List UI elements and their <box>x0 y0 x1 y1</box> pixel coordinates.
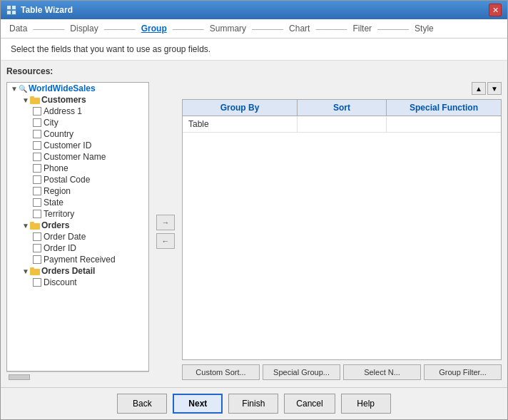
tree-field-address1[interactable]: Address 1 <box>7 106 148 117</box>
svg-rect-3 <box>7 11 11 14</box>
tab-summary[interactable]: Summary <box>210 24 246 34</box>
svg-rect-9 <box>30 269 40 275</box>
tree-field-region[interactable]: Region <box>7 185 148 197</box>
tab-divider-1: ———— <box>33 24 64 33</box>
postalcode-label: Postal Code <box>44 175 90 185</box>
svg-rect-10 <box>30 267 34 270</box>
svg-rect-1 <box>7 6 11 9</box>
tab-display[interactable]: Display <box>70 24 98 34</box>
title-bar-left: Table Wizard <box>6 5 73 15</box>
tree-field-paymentreceived[interactable]: Payment Received <box>7 254 148 265</box>
territory-checkbox[interactable] <box>33 210 41 218</box>
orderdate-checkbox[interactable] <box>33 232 41 241</box>
tree-group-customers[interactable]: ▼ Customers <box>7 94 148 106</box>
close-button[interactable]: ✕ <box>489 4 502 16</box>
city-label: City <box>44 118 59 128</box>
ordersdetail-label: Orders Detail <box>41 266 95 276</box>
group-table-body: Table <box>182 116 502 360</box>
special-group-button[interactable]: Special Group... <box>263 364 340 380</box>
tab-divider-4: ———— <box>252 24 283 33</box>
tree-field-territory[interactable]: Territory <box>7 208 148 220</box>
root-expand-icon: ▼ <box>10 84 19 93</box>
header-sort: Sort <box>298 100 387 116</box>
content-area: ▼ 🔍 WorldWideSales ▼ Customers <box>6 82 502 381</box>
cancel-button[interactable]: Cancel <box>284 394 335 414</box>
move-left-button[interactable]: ← <box>156 233 175 249</box>
footer: Back Next Finish Cancel Help <box>1 387 507 419</box>
move-right-button[interactable]: → <box>156 215 175 230</box>
bottom-action-buttons: Custom Sort... Special Group... Select N… <box>182 363 502 381</box>
search-icon: 🔍 <box>19 85 27 93</box>
select-n-button[interactable]: Select N... <box>343 364 421 380</box>
header-group-by: Group By <box>183 100 298 116</box>
address1-checkbox[interactable] <box>33 107 41 116</box>
up-button[interactable]: ▲ <box>472 82 486 95</box>
tab-divider-5: ———— <box>315 24 347 33</box>
paymentreceived-checkbox[interactable] <box>33 255 41 264</box>
tab-chart[interactable]: Chart <box>289 24 310 34</box>
country-label: Country <box>44 129 73 139</box>
subtitle-text: Select the fields that you want to use a… <box>1 39 507 61</box>
tree-field-city[interactable]: City <box>7 117 148 128</box>
svg-rect-7 <box>30 223 40 230</box>
help-button[interactable]: Help <box>341 394 391 414</box>
custom-sort-button[interactable]: Custom Sort... <box>182 364 260 380</box>
tree-group-ordersdetail[interactable]: ▼ Orders Detail <box>7 265 148 277</box>
resources-label: Resources: <box>6 66 502 76</box>
customers-folder-icon <box>30 96 40 104</box>
next-button[interactable]: Next <box>173 394 223 414</box>
main-content: Resources: ▼ 🔍 WorldWideSales ▼ <box>1 61 507 387</box>
orderid-checkbox[interactable] <box>33 244 41 252</box>
city-checkbox[interactable] <box>33 118 41 127</box>
tab-filter[interactable]: Filter <box>352 24 372 34</box>
tree-root[interactable]: ▼ 🔍 WorldWideSales <box>7 83 148 94</box>
tree-field-customerid[interactable]: Customer ID <box>7 140 148 151</box>
tree-field-orderid[interactable]: Order ID <box>7 242 148 254</box>
left-panel: ▼ 🔍 WorldWideSales ▼ Customers <box>6 82 149 381</box>
address1-label: Address 1 <box>44 106 82 116</box>
tab-divider-6: ———— <box>377 24 409 33</box>
tree-field-customername[interactable]: Customer Name <box>7 151 148 163</box>
root-label: WorldWideSales <box>29 83 96 93</box>
cell-table-sort <box>298 116 387 132</box>
wizard-tabs: Data ———— Display ———— Group ———— Summar… <box>1 19 507 39</box>
customerid-checkbox[interactable] <box>33 141 41 150</box>
country-checkbox[interactable] <box>33 130 41 138</box>
tree-field-country[interactable]: Country <box>7 128 148 140</box>
tree-group-orders[interactable]: ▼ Orders <box>7 220 148 231</box>
svg-rect-6 <box>30 96 34 98</box>
phone-checkbox[interactable] <box>33 164 41 173</box>
horizontal-scrollbar[interactable] <box>6 372 149 381</box>
customerid-label: Customer ID <box>44 140 91 150</box>
cell-table-special <box>387 116 501 132</box>
discount-checkbox[interactable] <box>33 278 41 287</box>
tab-group[interactable]: Group <box>141 24 167 34</box>
tree-field-state[interactable]: State <box>7 197 148 208</box>
table-row-table: Table <box>183 116 501 133</box>
state-checkbox[interactable] <box>33 198 41 207</box>
group-filter-button[interactable]: Group Filter... <box>424 364 502 380</box>
table-wizard-icon <box>6 5 16 15</box>
customername-label: Customer Name <box>44 152 106 162</box>
tree-field-discount[interactable]: Discount <box>7 277 148 288</box>
paymentreceived-label: Payment Received <box>44 255 116 265</box>
tree-field-phone[interactable]: Phone <box>7 163 148 174</box>
title-bar: Table Wizard ✕ <box>1 1 507 19</box>
customers-expand-icon: ▼ <box>21 96 30 104</box>
finish-button[interactable]: Finish <box>228 394 278 414</box>
region-checkbox[interactable] <box>33 187 41 195</box>
table-top-row: ▲ ▼ <box>182 82 502 95</box>
postalcode-checkbox[interactable] <box>33 175 41 184</box>
ordersdetail-expand-icon: ▼ <box>21 267 30 275</box>
down-button[interactable]: ▼ <box>487 82 502 95</box>
tree-field-postalcode[interactable]: Postal Code <box>7 174 148 185</box>
tab-data[interactable]: Data <box>9 24 27 34</box>
phone-label: Phone <box>44 163 68 173</box>
tab-divider-3: ———— <box>173 24 204 33</box>
customername-checkbox[interactable] <box>33 153 41 161</box>
tree-field-orderdate[interactable]: Order Date <box>7 231 148 242</box>
tree-container[interactable]: ▼ 🔍 WorldWideSales ▼ Customers <box>6 82 149 372</box>
back-button[interactable]: Back <box>117 394 167 414</box>
tab-style[interactable]: Style <box>415 24 434 34</box>
tab-divider-2: ———— <box>104 24 136 33</box>
